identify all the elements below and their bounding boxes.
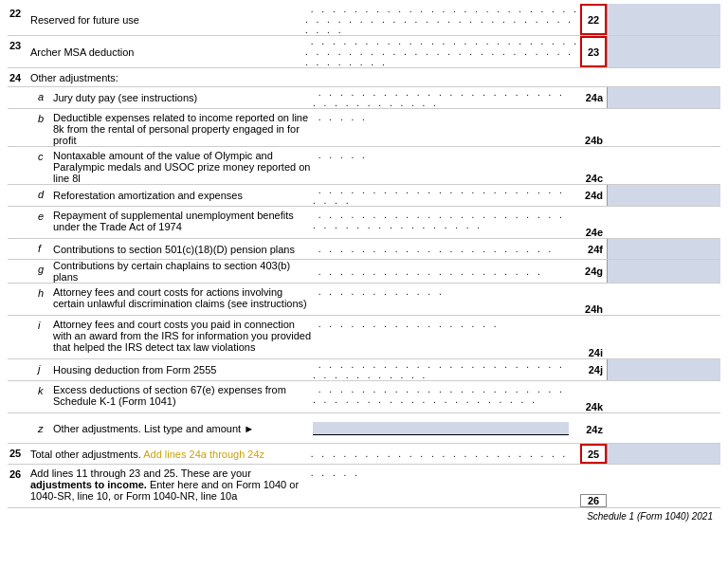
row-24c-letter: c [36,147,53,184]
row-24z-letter: z [36,419,53,437]
input-24d[interactable] [607,185,720,206]
row-24c-indent [8,147,36,184]
footer-text: Schedule 1 (Form 1040) 2021 [587,511,713,522]
row-24-header: 24 Other adjustments: [8,68,720,87]
row-24a-right: 24a [573,87,720,108]
row-24g-letter: g [36,260,53,283]
line-box-25: 25 [580,444,607,464]
row-23: 23 Archer MSA deduction . . . . . . . . … [8,36,720,68]
row-24e-label-area: Repayment of supplemental unemployment b… [53,207,573,238]
row-24k-right: 24k [573,381,720,412]
line-box-26: 26 [580,494,607,507]
row-24f-letter: f [36,239,53,259]
row-number-25: 25 [8,444,30,464]
row-24a-label: Jury duty pay (see instructions) [53,92,313,103]
row-24e-letter: e [36,207,53,238]
row-24g-content: Contributions by certain chaplains to se… [53,260,720,283]
row-24z-label: Other adjustments. List type and amount … [53,423,309,434]
row-25: 25 Total other adjustments. Add lines 24… [8,444,720,465]
row-24b-label: Deductible expenses related to income re… [53,112,313,146]
row-26-dots: . . . . . [305,467,580,478]
row-24-input-placeholder [607,68,720,86]
field-label-24g: 24g [573,260,607,283]
input-24f[interactable] [607,239,720,259]
row-24c-dots: . . . . . [313,150,573,160]
row-24k: k Excess deductions of section 67(e) exp… [8,381,720,413]
row-24e-content: Repayment of supplemental unemployment b… [53,207,720,238]
field-label-24f: 24f [573,239,607,259]
row-24z-right: 24z [573,422,720,435]
row-26: 26 Add lines 11 through 23 and 25. These… [8,465,720,508]
line-box-22: 22 [580,4,607,35]
row-24h-dots: . . . . . . . . . . . . [313,286,573,297]
row-24z-inner: z Other adjustments. List type and amoun… [8,413,720,443]
row-24h: h Attorney fees and court costs for acti… [8,284,720,316]
row-24g-label: Contributions by certain chaplains to se… [53,260,313,283]
row-24i: i Attorney fees and court costs you paid… [8,316,720,359]
row-25-dots: . . . . . . . . . . . . . . . . . . . . … [305,449,580,459]
row-24d-dots: . . . . . . . . . . . . . . . . . . . . … [313,185,573,206]
input-24a[interactable] [607,87,720,108]
row-24j-right: 24j [573,359,720,380]
footer: Schedule 1 (Form 1040) 2021 [8,508,720,524]
row-number-24: 24 [8,68,30,86]
row-24z-text-input[interactable] [313,422,569,435]
row-24j-label-area: Housing deduction from Form 2555 . . . .… [53,359,573,380]
row-22-label-area: Reserved for future use . . . . . . . . … [30,4,580,35]
row-24z-content: Other adjustments. List type and amount … [53,422,720,435]
row-24-placeholder [580,68,607,86]
line-box-23: 23 [580,36,607,67]
row-26-right: 26 [580,465,720,507]
row-24d: d Reforestation amortization and expense… [8,185,720,207]
row-24i-label-area: Attorney fees and court costs you paid i… [53,316,573,358]
row-24i-content: Attorney fees and court costs you paid i… [53,316,720,358]
row-24d-indent [8,185,36,206]
row-24f-indent [8,239,36,259]
row-24d-label-area: Reforestation amortization and expenses … [53,185,573,206]
row-number-22: 22 [8,4,30,35]
row-24a-letter: a [36,87,53,108]
row-24g-dots: . . . . . . . . . . . . . . . . . . . . … [313,266,573,277]
row-24h-right: 24h [573,284,720,315]
row-24b-right: 24b [573,109,720,146]
row-24z: z Other adjustments. List type and amoun… [8,413,720,444]
row-23-dots: . . . . . . . . . . . . . . . . . . . . … [305,36,580,67]
row-24-right [580,68,720,86]
row-24f-label: Contributions to section 501(c)(18)(D) p… [53,244,313,255]
row-24k-dots: . . . . . . . . . . . . . . . . . . . . … [313,384,573,405]
row-24b-content: Deductible expenses related to income re… [53,109,720,146]
input-25[interactable] [607,444,720,464]
row-25-label: Total other adjustments. Add lines 24a t… [30,449,305,460]
row-24-header-content: Other adjustments: [30,68,720,86]
row-24e: e Repayment of supplemental unemployment… [8,207,720,239]
row-24e-right: 24e [573,207,720,238]
input-24g[interactable] [607,260,720,283]
row-24g-right: 24g [573,260,720,283]
field-label-24b: 24b [573,135,607,146]
field-label-24e: 24e [573,227,607,238]
row-24k-label-area: Excess deductions of section 67(e) expen… [53,381,573,412]
row-24b-label-area: Deductible expenses related to income re… [53,109,573,146]
input-23[interactable] [607,36,720,67]
row-24f-content: Contributions to section 501(c)(18)(D) p… [53,239,720,259]
input-24j[interactable] [607,359,720,380]
row-25-content: Total other adjustments. Add lines 24a t… [30,444,720,464]
row-26-bold: adjustments to income. [30,479,147,490]
row-23-right: 23 [580,36,720,67]
row-24b-indent [8,109,36,146]
row-24i-label: Attorney fees and court costs you paid i… [53,319,313,353]
input-22[interactable] [607,4,720,35]
row-24c-label-area: Nontaxable amount of the value of Olympi… [53,147,573,184]
row-24j-dots: . . . . . . . . . . . . . . . . . . . . … [313,359,573,380]
row-23-label: Archer MSA deduction [30,46,305,58]
row-23-content: Archer MSA deduction . . . . . . . . . .… [30,36,720,67]
row-24j: j Housing deduction from Form 2555 . . .… [8,359,720,381]
row-24e-dots: . . . . . . . . . . . . . . . . . . . . … [313,210,573,230]
field-label-24i: 24i [573,347,607,358]
row-24b-letter: b [36,109,53,146]
row-24b-dots: . . . . . [313,112,573,122]
row-26-content: Add lines 11 through 23 and 25. These ar… [30,465,720,507]
field-label-24h: 24h [573,303,607,315]
row-24d-right: 24d [573,185,720,206]
row-24j-content: Housing deduction from Form 2555 . . . .… [53,359,720,380]
